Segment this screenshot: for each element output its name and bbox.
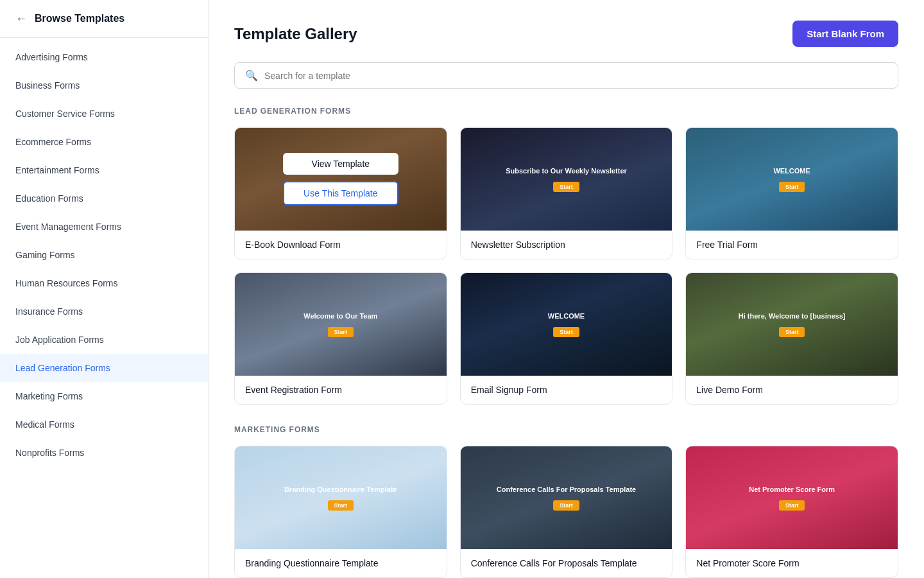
mini-form-email-signup: WELCOMEStart	[548, 311, 585, 337]
marketing-title: MARKETING FORMS	[234, 425, 898, 434]
mini-form-title: Conference Calls For Proposals Template	[497, 485, 636, 494]
card-label-event-reg: Event Registration Form	[235, 376, 447, 404]
mini-form-conference: Conference Calls For Proposals TemplateS…	[497, 485, 636, 510]
view-template-button[interactable]: View Template	[283, 153, 398, 175]
template-card-free-trial[interactable]: WELCOMEStartFree Trial Form	[685, 127, 898, 259]
mini-start-button[interactable]: Start	[328, 500, 354, 511]
mini-form-title: Subscribe to Our Weekly Newsletter	[506, 166, 627, 175]
card-preview-newsletter: Subscribe to Our Weekly NewsletterStart	[461, 128, 672, 231]
sidebar-item-medical[interactable]: Medical Forms	[0, 410, 208, 439]
mini-start-button[interactable]: Start	[553, 182, 579, 192]
sidebar-nav: Advertising FormsBusiness FormsCustomer …	[0, 38, 208, 472]
sidebar-item-marketing[interactable]: Marketing Forms	[0, 382, 208, 410]
template-card-event-reg[interactable]: Welcome to Our TeamStartEvent Registrati…	[234, 272, 447, 405]
template-card-conference[interactable]: Conference Calls For Proposals TemplateS…	[460, 446, 673, 578]
card-label-nps: Net Promoter Score Form	[686, 549, 898, 577]
card-label-conference: Conference Calls For Proposals Template	[461, 549, 672, 577]
lead-generation-title: LEAD GENERATION FORMS	[234, 107, 898, 116]
mini-start-button[interactable]: Start	[553, 500, 579, 511]
card-label-free-trial: Free Trial Form	[686, 231, 898, 259]
lead-generation-section: LEAD GENERATION FORMS View TemplateUse T…	[234, 107, 898, 405]
card-label-branding: Branding Questionnaire Template	[235, 549, 447, 577]
sidebar-item-entertainment[interactable]: Entertainment Forms	[0, 156, 208, 184]
card-label-email-signup: Email Signup Form	[461, 376, 672, 404]
mini-start-button[interactable]: Start	[779, 327, 805, 337]
card-label-live-demo: Live Demo Form	[686, 376, 898, 404]
mini-start-button[interactable]: Start	[328, 327, 354, 337]
card-preview-event-reg: Welcome to Our TeamStart	[235, 273, 447, 376]
card-preview-live-demo: Hi there, Welcome to [business]Start	[686, 273, 898, 376]
sidebar-item-ecommerce[interactable]: Ecommerce Forms	[0, 128, 208, 156]
marketing-grid: Branding Questionnaire TemplateStartBran…	[234, 446, 898, 578]
template-card-email-signup[interactable]: WELCOMEStartEmail Signup Form	[460, 272, 673, 405]
sidebar-title: Browse Templates	[35, 13, 124, 24]
sidebar-item-education[interactable]: Education Forms	[0, 184, 208, 213]
sidebar-item-human-resources[interactable]: Human Resources Forms	[0, 269, 208, 297]
mini-start-button[interactable]: Start	[553, 327, 579, 337]
mini-form-branding: Branding Questionnaire TemplateStart	[284, 485, 397, 510]
mini-form-title: Hi there, Welcome to [business]	[739, 311, 846, 320]
template-card-live-demo[interactable]: Hi there, Welcome to [business]StartLive…	[685, 272, 898, 405]
mini-start-button[interactable]: Start	[779, 500, 805, 511]
mini-form-title: WELCOME	[548, 311, 585, 320]
mini-form-free-trial: WELCOMEStart	[773, 166, 810, 191]
main-content: Template Gallery Start Blank From 🔍 LEAD…	[209, 0, 924, 578]
marketing-section: MARKETING FORMS Branding Questionnaire T…	[234, 425, 898, 578]
template-card-nps[interactable]: Net Promoter Score FormStartNet Promoter…	[685, 446, 898, 578]
card-preview-conference: Conference Calls For Proposals TemplateS…	[461, 446, 672, 549]
card-preview-email-signup: WELCOMEStart	[461, 273, 672, 376]
sidebar-item-business[interactable]: Business Forms	[0, 71, 208, 100]
back-icon[interactable]: ←	[15, 13, 27, 24]
template-card-newsletter[interactable]: Subscribe to Our Weekly NewsletterStartN…	[460, 127, 673, 259]
search-icon: 🔍	[245, 69, 258, 82]
mini-form-newsletter: Subscribe to Our Weekly NewsletterStart	[506, 166, 627, 191]
mini-form-live-demo: Hi there, Welcome to [business]Start	[739, 311, 846, 337]
sidebar-item-job-application[interactable]: Job Application Forms	[0, 326, 208, 354]
lead-generation-grid: View TemplateUse This TemplateE-Book Dow…	[234, 127, 898, 405]
use-template-button[interactable]: Use This Template	[283, 181, 398, 206]
search-input[interactable]	[264, 71, 887, 81]
card-label-newsletter: Newsletter Subscription	[461, 231, 672, 259]
mini-form-title: WELCOME	[773, 166, 810, 175]
search-bar: 🔍	[234, 62, 898, 89]
sidebar-item-customer-service[interactable]: Customer Service Forms	[0, 100, 208, 128]
mini-form-title: Branding Questionnaire Template	[284, 485, 397, 494]
card-hover-overlay: View TemplateUse This Template	[235, 128, 447, 231]
card-label-ebook: E-Book Download Form	[235, 231, 447, 259]
mini-form-event-reg: Welcome to Our TeamStart	[304, 311, 377, 337]
mini-form-title: Welcome to Our Team	[304, 311, 377, 320]
page-title: Template Gallery	[234, 25, 357, 43]
mini-form-title: Net Promoter Score Form	[749, 485, 835, 494]
sidebar-item-event-management[interactable]: Event Management Forms	[0, 213, 208, 241]
sidebar-item-nonprofits[interactable]: Nonprofits Forms	[0, 439, 208, 467]
template-card-branding[interactable]: Branding Questionnaire TemplateStartBran…	[234, 446, 447, 578]
sidebar-item-advertising[interactable]: Advertising Forms	[0, 43, 208, 71]
card-preview-ebook: View TemplateUse This Template	[235, 128, 447, 231]
sidebar-item-gaming[interactable]: Gaming Forms	[0, 241, 208, 269]
mini-form-nps: Net Promoter Score FormStart	[749, 485, 835, 510]
mini-start-button[interactable]: Start	[779, 182, 805, 192]
sidebar: ← Browse Templates Advertising FormsBusi…	[0, 0, 209, 578]
card-preview-free-trial: WELCOMEStart	[686, 128, 898, 231]
card-preview-branding: Branding Questionnaire TemplateStart	[235, 446, 447, 549]
start-blank-button[interactable]: Start Blank From	[792, 21, 898, 47]
main-header: Template Gallery Start Blank From	[234, 21, 898, 47]
sidebar-header: ← Browse Templates	[0, 0, 208, 38]
sidebar-item-lead-generation[interactable]: Lead Generation Forms	[0, 354, 208, 382]
card-preview-nps: Net Promoter Score FormStart	[686, 446, 898, 549]
template-card-ebook[interactable]: View TemplateUse This TemplateE-Book Dow…	[234, 127, 447, 259]
sidebar-item-insurance[interactable]: Insurance Forms	[0, 297, 208, 326]
